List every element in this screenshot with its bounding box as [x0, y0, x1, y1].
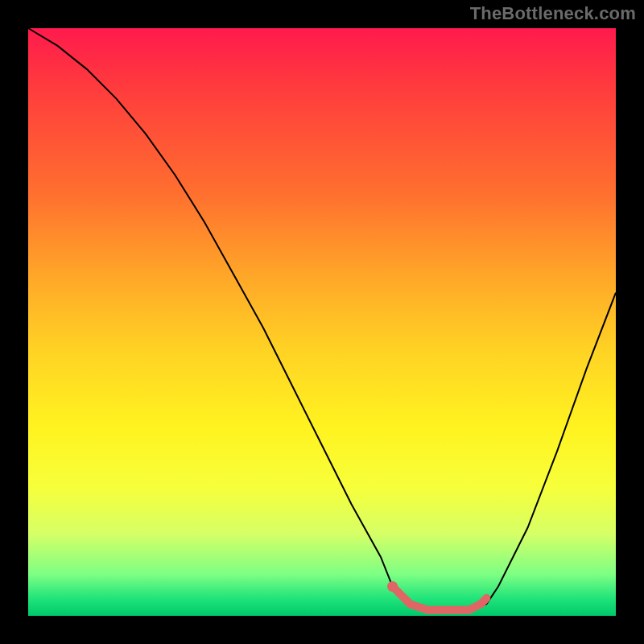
optimal-range-line — [393, 587, 487, 610]
plot-area — [28, 28, 616, 616]
chart-frame: TheBottleneck.com — [0, 0, 644, 644]
optimal-start-dot — [387, 581, 398, 592]
bottleneck-curve — [28, 28, 616, 610]
chart-svg — [28, 28, 616, 616]
attribution-text: TheBottleneck.com — [470, 3, 636, 24]
